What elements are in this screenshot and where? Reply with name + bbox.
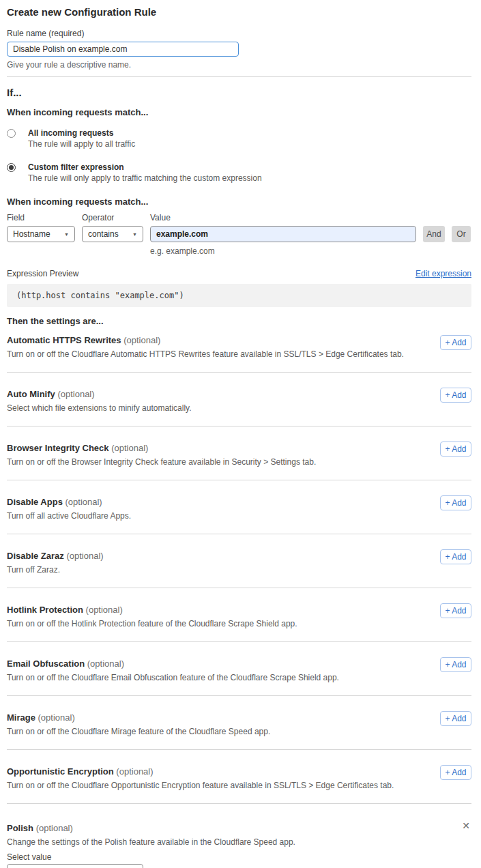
setting-name: Automatic HTTPS Rewrites (7, 335, 121, 345)
settings-list: Automatic HTTPS Rewrites (optional) Turn… (7, 326, 471, 804)
expression-preview-code: (http.host contains "example.com") (7, 284, 471, 307)
expression-builder-label: When incoming requests match... (7, 197, 471, 207)
select-value-label: Select value (7, 853, 471, 862)
add-setting-button[interactable]: + Add (440, 549, 471, 564)
operator-select-value: contains (88, 229, 119, 239)
setting-row: Browser Integrity Check (optional) Turn … (7, 426, 471, 480)
setting-row: Email Obfuscation (optional) Turn on or … (7, 642, 471, 696)
setting-optional-tag: (optional) (57, 389, 94, 399)
setting-name: Disable Zaraz (7, 551, 64, 561)
add-setting-button[interactable]: + Add (440, 711, 471, 726)
setting-description: Turn on or off the Cloudflare Opportunis… (7, 781, 471, 790)
setting-name: Opportunistic Encryption (7, 766, 114, 777)
setting-optional-tag: (optional) (123, 335, 160, 345)
operator-column-label: Operator (82, 213, 150, 222)
setting-row: Opportunistic Encryption (optional) Turn… (7, 750, 471, 804)
chevron-down-icon: ▼ (64, 232, 69, 237)
add-setting-button[interactable]: + Add (440, 657, 471, 672)
operator-select[interactable]: contains ▼ (82, 226, 143, 242)
setting-description: Select which file extensions to minify a… (7, 403, 471, 413)
polish-value-select[interactable]: Off ▼ (7, 864, 143, 868)
setting-description: Turn on or off the Hotlink Protection fe… (7, 619, 471, 628)
add-setting-button[interactable]: + Add (440, 442, 471, 457)
or-button[interactable]: Or (452, 226, 471, 242)
add-setting-button[interactable]: + Add (440, 495, 471, 510)
setting-optional-tag: (optional) (111, 443, 148, 453)
configuration-rule-form: Create new Configuration Rule Rule name … (0, 0, 481, 868)
setting-name: Auto Minify (7, 389, 55, 399)
edit-expression-link[interactable]: Edit expression (416, 269, 471, 278)
rule-name-label: Rule name (required) (7, 29, 471, 38)
setting-optional-tag: (optional) (116, 766, 153, 777)
radio-button[interactable] (7, 163, 16, 172)
radio-option-all-incoming-requests[interactable]: All incoming requests The rule will appl… (7, 128, 471, 149)
match-type-radio-group: All incoming requests The rule will appl… (7, 128, 471, 184)
field-column-label: Field (7, 213, 82, 222)
and-button[interactable]: And (423, 226, 445, 242)
add-setting-button[interactable]: + Add (440, 603, 471, 618)
radio-option-label: Custom filter expression (28, 162, 262, 173)
setting-name: Hotlink Protection (7, 605, 83, 615)
radio-option-label: All incoming requests (28, 128, 135, 139)
radio-option-description: The rule will only apply to traffic matc… (28, 173, 262, 184)
setting-row: Disable Apps (optional) Turn off all act… (7, 480, 471, 534)
close-icon[interactable]: ✕ (462, 821, 470, 830)
rule-name-input[interactable] (7, 42, 239, 57)
setting-row-polish: ✕ Polish (optional) Change the settings … (7, 804, 471, 868)
radio-button[interactable] (7, 129, 16, 138)
setting-description: Change the settings of the Polish featur… (7, 837, 471, 847)
setting-name: Browser Integrity Check (7, 443, 109, 453)
value-hint: e.g. example.com (150, 246, 471, 256)
rule-name-help: Give your rule a descriptive name. (7, 60, 471, 70)
radio-option-custom-filter-expression[interactable]: Custom filter expression The rule will o… (7, 162, 471, 184)
setting-optional-tag: (optional) (36, 823, 73, 833)
setting-row: Mirage (optional) Turn on or off the Clo… (7, 696, 471, 750)
setting-optional-tag: (optional) (66, 551, 103, 561)
setting-row: Disable Zaraz (optional) Turn off Zaraz.… (7, 534, 471, 588)
chevron-down-icon: ▼ (132, 232, 137, 237)
setting-row: Automatic HTTPS Rewrites (optional) Turn… (7, 326, 471, 373)
setting-row: Hotlink Protection (optional) Turn on or… (7, 588, 471, 642)
setting-row: Auto Minify (optional) Select which file… (7, 373, 471, 426)
setting-optional-tag: (optional) (87, 659, 124, 669)
setting-name: Polish (7, 823, 33, 833)
radio-option-description: The rule will apply to all traffic (28, 139, 135, 149)
setting-optional-tag: (optional) (38, 712, 75, 723)
page-title: Create new Configuration Rule (7, 5, 471, 19)
add-setting-button[interactable]: + Add (440, 388, 471, 403)
then-settings-heading: Then the settings are... (7, 316, 471, 326)
setting-description: Turn on or off the Cloudflare Email Obfu… (7, 673, 471, 682)
incoming-requests-match-label: When incoming requests match... (7, 107, 471, 117)
setting-name: Email Obfuscation (7, 659, 85, 669)
setting-description: Turn off Zaraz. (7, 565, 471, 575)
setting-description: Turn off all active Cloudflare Apps. (7, 511, 471, 521)
setting-name: Disable Apps (7, 497, 63, 507)
expression-builder-row: Hostname ▼ contains ▼ And Or (7, 226, 471, 242)
section-divider (7, 76, 471, 77)
if-heading: If... (7, 86, 471, 99)
add-setting-button[interactable]: + Add (440, 765, 471, 780)
field-select-value: Hostname (13, 229, 50, 239)
value-input[interactable] (150, 226, 416, 242)
setting-description: Turn on or off the Cloudflare Automatic … (7, 349, 471, 359)
setting-optional-tag: (optional) (65, 497, 102, 507)
setting-optional-tag: (optional) (86, 605, 123, 615)
value-column-label: Value (150, 213, 171, 222)
field-select[interactable]: Hostname ▼ (7, 226, 75, 242)
setting-description: Turn on or off the Cloudflare Mirage fea… (7, 727, 471, 736)
setting-name: Mirage (7, 712, 35, 723)
expression-preview-label: Expression Preview (7, 269, 78, 278)
add-setting-button[interactable]: + Add (440, 335, 471, 350)
setting-description: Turn on or off the Browser Integrity Che… (7, 457, 471, 467)
